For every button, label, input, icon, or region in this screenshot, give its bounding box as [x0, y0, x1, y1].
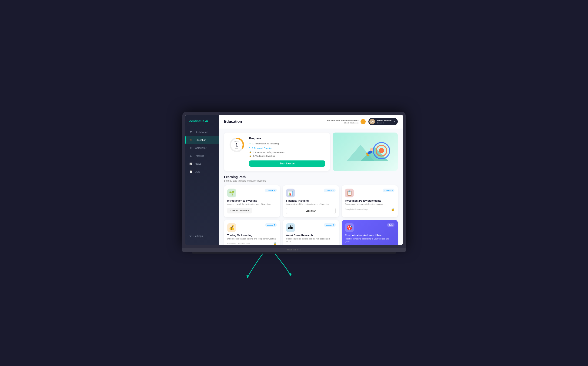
- lesson3-desc: Guides your investment decision-making.: [345, 203, 395, 206]
- card-top-row-4: 💰 Lesson 4: [227, 223, 277, 232]
- lesson2-badge: Lesson 2: [324, 189, 336, 192]
- laptop-foot: [192, 252, 396, 254]
- quiz-icon: 📋: [189, 170, 193, 173]
- lesson5-desc: Classes such as stocks, bonds, real esta…: [286, 237, 336, 243]
- banner-card: [333, 133, 398, 171]
- lesson1-info: Introduction to Investing An overview of…: [227, 199, 277, 206]
- header-right: Not sure how education works? Check this…: [327, 118, 398, 125]
- lesson4-badge: Lesson 4: [265, 223, 277, 227]
- sidebar-item-label: Quiz: [195, 170, 200, 173]
- lesson5-info: Asset Class Research Classes such as sto…: [286, 234, 336, 243]
- lesson3-info: Investment Policy Statements Guides your…: [345, 199, 395, 206]
- lesson2-title: Financial Planning: [286, 199, 336, 202]
- lesson-card-4: 💰 Lesson 4 Trading Vs Investing Differen…: [224, 220, 280, 245]
- lock-icon: 🔒: [391, 208, 395, 211]
- lets-start-button[interactable]: Let's Start: [286, 208, 336, 214]
- progress-list: 1. Introduction To Investing 2. Financia…: [249, 142, 325, 157]
- lock-icon-4: 🔒: [273, 242, 277, 245]
- settings-label: Settings: [193, 235, 203, 237]
- header-hint: Not sure how education works? Check this…: [327, 119, 366, 124]
- user-plan: Blended: [377, 122, 392, 124]
- lesson5-badge: Lesson 5: [324, 223, 336, 227]
- lesson-card-2: 📊 Lesson 2 Financial Planning An overvie…: [283, 185, 339, 217]
- education-icon: 🎓: [189, 138, 193, 142]
- sidebar-item-calculator[interactable]: ⊟ Calculator: [185, 144, 219, 152]
- lesson3-badge: Lesson 3: [383, 189, 395, 192]
- lesson5-title: Asset Class Research: [286, 234, 336, 237]
- cards-grid-row1: 🌱 Lesson 1 Introduction to Investing An …: [224, 185, 398, 217]
- lesson-practice-button[interactable]: Lesson Practice ›: [227, 208, 252, 214]
- sidebar-item-label: Portfolio: [195, 154, 204, 157]
- complete-prev-label: Complete Previous Step: [345, 208, 367, 210]
- content-body: Lesson 1 of 6 Progress 1. Introduction T…: [219, 129, 403, 245]
- lesson1-icon: 🌱: [227, 189, 236, 198]
- learning-path-section: Learning Path Step-by-step to paths to m…: [224, 175, 398, 245]
- sidebar-item-portfolio[interactable]: ⊡ Portfolio: [185, 152, 219, 160]
- sidebar-item-news[interactable]: 📰 News: [185, 160, 219, 168]
- settings-icon: ⚙: [189, 234, 192, 237]
- sidebar-item-quiz[interactable]: 📋 Quiz: [185, 168, 219, 175]
- card-top-row-quiz: 🎯 Quiz: [345, 223, 395, 232]
- user-info: Esther Howard Blended: [377, 120, 392, 124]
- progress-card: Lesson 1 of 6 Progress 1. Introduction T…: [224, 133, 330, 171]
- lesson-card-quiz: 🎯 Quiz Customization And Watchlists Prac…: [342, 220, 398, 245]
- lesson-card-3: 📋 Lesson 3 Investment Policy Statements …: [342, 185, 398, 217]
- lesson1-action: Lesson Practice ›: [227, 208, 277, 214]
- lesson2-desc: An overview of the basic principles of i…: [286, 203, 336, 206]
- card-top-row-2: 📊 Lesson 2: [286, 189, 336, 198]
- avatar: EH: [369, 119, 375, 124]
- progress-item-3: 3. Investment Policy Statements: [249, 151, 325, 153]
- lesson3-icon: 📋: [345, 189, 354, 198]
- lesson1-desc: An overview of the basic principles of i…: [227, 203, 277, 206]
- section-subtitle: Step-by-step to paths to master investin…: [224, 180, 398, 182]
- lesson4-action: Complete Previous Step 🔒: [227, 242, 277, 245]
- lesson4-desc: Differences between trading and long-ter…: [227, 237, 277, 240]
- lesson-card-5: 🏙 Lesson 5 Asset Class Research Classes …: [283, 220, 339, 245]
- sidebar-nav: ⊞ Dashboard 🎓 Education ⊟ Calculator ⊡ P…: [185, 128, 219, 232]
- lesson2-info: Financial Planning An overview of the ba…: [286, 199, 336, 206]
- portfolio-icon: ⊡: [189, 154, 193, 157]
- quiz-title: Customization And Watchlists: [345, 234, 395, 237]
- lesson3-action: Complete Previous Step 🔒: [345, 208, 395, 211]
- lesson3-title: Investment Policy Statements: [345, 199, 395, 202]
- lesson2-action: Let's Start: [286, 208, 336, 214]
- sidebar-item-education[interactable]: 🎓 Education: [185, 136, 219, 144]
- hint-sub: Check this lesson: [327, 122, 359, 124]
- annotation-arrows: [245, 252, 310, 280]
- start-lesson-button[interactable]: Start Lesson: [249, 160, 325, 167]
- card-top-row-1: 🌱 Lesson 1: [227, 189, 277, 198]
- info-icon[interactable]: i: [360, 119, 366, 124]
- sidebar-item-settings[interactable]: ⚙ Settings: [185, 232, 219, 240]
- chevron-down-icon: ▼: [393, 121, 395, 123]
- header: Education Not sure how education works? …: [219, 115, 403, 129]
- lesson-of: of 6: [234, 147, 240, 149]
- laptop-base: [182, 248, 406, 252]
- sidebar-item-label: News: [195, 162, 201, 165]
- top-row: Lesson 1 of 6 Progress 1. Introduction T…: [224, 133, 398, 171]
- banner-svg: [337, 136, 393, 168]
- lesson4-icon: 💰: [227, 223, 236, 232]
- quiz-card-icon: 🎯: [345, 223, 354, 232]
- lesson-card-1: 🌱 Lesson 1 Introduction to Investing An …: [224, 185, 280, 217]
- lesson2-icon: 📊: [286, 189, 295, 198]
- hint-title: Not sure how education works?: [327, 120, 359, 122]
- sidebar-item-dashboard[interactable]: ⊞ Dashboard: [185, 128, 219, 136]
- progress-item-4: 4. Trading vs Investing: [249, 155, 325, 157]
- progress-center: Lesson 1 of 6: [234, 141, 240, 149]
- sidebar: economia.ai ⊞ Dashboard 🎓 Education ⊟ Ca…: [185, 115, 219, 245]
- lesson1-title: Introduction to Investing: [227, 199, 277, 202]
- progress-details: Progress 1. Introduction To Investing 2.…: [249, 137, 325, 167]
- user-name: Esther Howard: [377, 120, 392, 122]
- user-badge[interactable]: EH Esther Howard Blended ▼: [368, 118, 398, 125]
- sidebar-item-label: Calculator: [195, 146, 206, 149]
- quiz-desc: Practice investing according to your wis…: [345, 237, 395, 243]
- news-icon: 📰: [189, 162, 193, 165]
- lesson4-title: Trading Vs Investing: [227, 234, 277, 237]
- calculator-icon: ⊟: [189, 146, 193, 150]
- section-title: Learning Path: [224, 175, 398, 179]
- progress-title: Progress: [249, 137, 325, 140]
- card-top-row-3: 📋 Lesson 3: [345, 189, 395, 198]
- progress-circle: Lesson 1 of 6: [229, 137, 245, 153]
- card-top-row-5: 🏙 Lesson 5: [286, 223, 336, 232]
- page-title: Education: [224, 120, 242, 124]
